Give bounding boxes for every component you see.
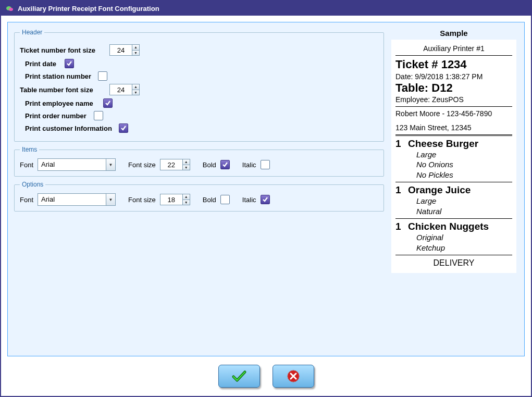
label-options-italic: Italic [242,196,256,204]
label-print-date: Print date [25,60,65,68]
client-area: Header Ticket number font size ▲ ▼ Pri [1,16,531,396]
options-font-size-down[interactable]: ▼ [183,200,190,205]
receipt-ticket: Ticket # 1234 [395,58,512,71]
ticket-font-size-spinner[interactable]: ▲ ▼ [109,44,140,56]
check-icon [231,370,247,382]
table-font-size-down[interactable]: ▼ [132,90,139,95]
receipt-date: Date: 9/9/2018 1:38:27 PM [395,72,512,81]
ticket-font-size-input[interactable] [110,45,132,55]
checkbox-items-bold[interactable] [220,160,230,169]
items-font-combo[interactable]: Arial ▼ [38,158,116,171]
sample-column: Sample Auxiliary Printer #1 Ticket # 123… [391,29,516,273]
items-font-size-up[interactable]: ▲ [183,159,190,165]
checkbox-print-date[interactable] [65,59,74,68]
fieldset-options-legend: Options [20,181,45,188]
receipt-item-qty: 1 [395,221,408,232]
label-print-order: Print order number [25,112,94,120]
receipt-table: Table: D12 [395,81,512,95]
fieldset-header: Header Ticket number font size ▲ ▼ Pri [14,29,384,142]
options-font-combo[interactable]: Arial ▼ [38,193,116,206]
receipt-customer-line1: Robert Moore - 123-456-7890 [395,109,512,118]
receipt-item: 1Orange Juice [395,184,512,196]
receipt-item: 1Cheese Burger [395,138,512,150]
fieldset-header-legend: Header [20,29,44,36]
receipt-preview: Auxiliary Printer #1 Ticket # 1234 Date:… [391,40,516,273]
ticket-font-size-up[interactable]: ▲ [132,45,139,51]
receipt-printer-name: Auxiliary Printer #1 [395,44,512,53]
label-items-font-size: Font size [128,161,156,169]
items-font-size-input[interactable] [160,159,182,170]
sample-heading: Sample [391,29,516,38]
checkbox-print-customer[interactable] [119,123,128,133]
receipt-footer: DELIVERY [395,258,512,268]
checkbox-print-station[interactable] [98,71,107,81]
label-options-font: Font [20,196,33,204]
checkbox-print-employee[interactable] [103,98,113,108]
label-print-station: Print station number [25,72,98,80]
receipt-item-qty: 1 [395,138,408,150]
main-panel: Header Ticket number font size ▲ ▼ Pri [7,22,525,356]
receipt-item-option: Large [416,196,512,206]
options-font-dropdown-button[interactable]: ▼ [106,194,115,205]
label-items-bold: Bold [203,161,216,169]
receipt-item-option: No Pickles [416,170,512,180]
receipt-item-name: Cheese Burger [408,138,478,150]
receipt-item-option: Large [416,150,512,160]
window-title: Auxiliary Printer Receipt Font Configura… [18,5,159,13]
label-items-font: Font [20,161,33,169]
checkbox-options-bold[interactable] [220,195,230,204]
options-font-size-up[interactable]: ▲ [183,194,190,200]
label-print-customer: Print customer Information [25,125,119,132]
label-options-bold: Bold [203,196,216,204]
items-font-size-down[interactable]: ▼ [183,165,190,170]
label-items-italic: Italic [242,161,256,169]
label-options-font-size: Font size [128,196,156,204]
options-font-size-spinner[interactable]: ▲ ▼ [160,194,190,205]
receipt-item-name: Chicken Nuggets [408,221,489,232]
table-font-size-input[interactable] [110,84,132,95]
items-font-dropdown-button[interactable]: ▼ [106,159,115,170]
titlebar: Auxiliary Printer Receipt Font Configura… [1,1,531,16]
receipt-item-option: Ketchup [416,243,512,253]
receipt-item-option: Original [416,232,512,243]
receipt-customer-line2: 123 Main Street, 12345 [395,123,512,132]
fieldset-options: Options Font Arial ▼ Font size [14,181,384,212]
fieldset-items-legend: Items [20,146,39,153]
label-table-font-size: Table number font size [20,86,109,94]
options-font-size-input[interactable] [160,194,182,205]
cancel-icon [287,369,300,383]
window: Auxiliary Printer Receipt Font Configura… [0,0,532,397]
receipt-employee: Employee: ZeusPOS [395,95,512,104]
checkbox-print-order[interactable] [94,111,103,120]
options-font-value: Arial [38,194,106,205]
receipt-item: 1Chicken Nuggets [395,221,512,232]
ok-button[interactable] [218,365,260,388]
receipt-item-option: Natural [416,206,512,217]
items-font-value: Arial [38,159,106,170]
table-font-size-spinner[interactable]: ▲ ▼ [109,84,140,95]
checkbox-options-italic[interactable] [261,195,270,204]
label-ticket-font-size: Ticket number font size [20,46,109,54]
footer-buttons [1,362,531,391]
receipt-item-qty: 1 [395,184,408,196]
receipt-item-name: Orange Juice [408,184,471,196]
app-icon [5,4,14,13]
items-font-size-spinner[interactable]: ▲ ▼ [160,159,190,170]
checkbox-items-italic[interactable] [261,160,270,169]
config-column: Header Ticket number font size ▲ ▼ Pri [14,29,384,216]
ticket-font-size-down[interactable]: ▼ [132,51,139,56]
label-print-employee: Print employee name [25,100,103,107]
receipt-items: 1Cheese BurgerLargeNo OnionsNo Pickles1O… [395,138,512,256]
table-font-size-up[interactable]: ▲ [132,84,139,90]
cancel-button[interactable] [273,365,314,388]
fieldset-items: Items Font Arial ▼ Font size [14,146,384,177]
receipt-item-option: No Onions [416,159,512,170]
